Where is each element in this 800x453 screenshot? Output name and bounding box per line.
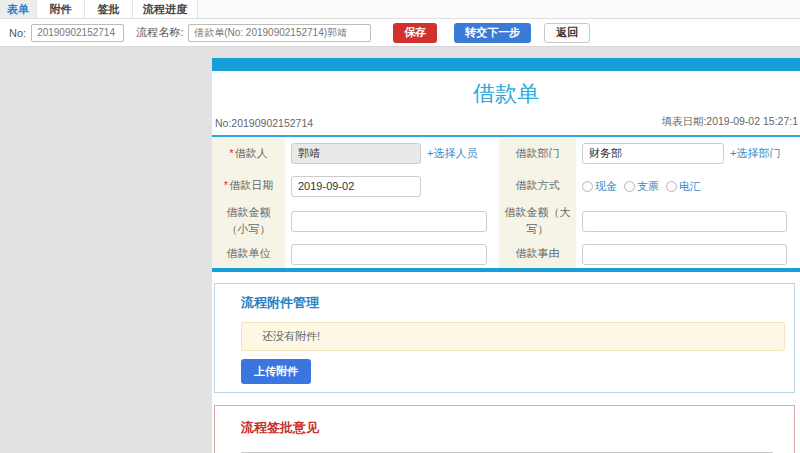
loan-method-label: 借款方式 [499, 170, 576, 202]
page-title: 借款单 [212, 71, 800, 115]
select-person-link[interactable]: +选择人员 [427, 146, 477, 161]
dept-label: 借款部门 [499, 137, 576, 170]
amount-big-label: 借款金额（大写） [499, 202, 576, 240]
no-input[interactable] [31, 24, 124, 42]
tab-process-progress[interactable]: 流程进度 [133, 0, 198, 18]
tab-attachments[interactable]: 附件 [37, 0, 85, 18]
flow-name-input[interactable] [188, 24, 371, 42]
attachments-section: 流程附件管理 还没有附件! 上传附件 [214, 283, 795, 393]
no-attachments-alert: 还没有附件! [241, 322, 785, 351]
loan-reason-label: 借款事由 [499, 240, 576, 268]
radio-check[interactable]: 支票 [624, 179, 659, 194]
approval-section: 流程签批意见 B I abc [214, 405, 795, 453]
radio-icon[interactable] [624, 181, 635, 192]
flow-name-label: 流程名称: [136, 25, 183, 40]
loan-date-input[interactable] [291, 176, 421, 197]
attachments-title: 流程附件管理 [241, 294, 785, 312]
amount-small-label: 借款金额（小写） [212, 202, 285, 240]
form-no-text: No:20190902152714 [215, 117, 313, 129]
loan-unit-label: 借款单位 [212, 240, 285, 268]
approval-title: 流程签批意见 [241, 419, 785, 437]
no-label: No: [9, 27, 26, 39]
back-button[interactable]: 返回 [544, 23, 590, 43]
amount-big-input[interactable] [582, 211, 787, 232]
tab-form[interactable]: 表单 [0, 0, 37, 18]
send-next-step-button[interactable]: 转交下一步 [454, 23, 531, 43]
form-meta-row: No:20190902152714 填表日期:2019-09-02 15:27:… [212, 115, 800, 137]
radio-wire[interactable]: 电汇 [666, 179, 701, 194]
loan-date-label: *借款日期 [212, 170, 285, 202]
borrower-label: *借款人 [212, 137, 285, 170]
tab-approval[interactable]: 签批 [85, 0, 133, 18]
loan-unit-input[interactable] [291, 244, 487, 265]
loan-reason-input[interactable] [582, 244, 787, 265]
loan-form: *借款人 +选择人员 借款部门 +选择部门 *借款日期 借款方式 现金 支票 [212, 137, 800, 268]
form-date-text: 填表日期:2019-09-02 15:27:1 [661, 115, 798, 129]
select-dept-link[interactable]: +选择部门 [730, 146, 780, 161]
radio-icon[interactable] [666, 181, 677, 192]
top-accent-bar [212, 58, 800, 71]
radio-icon[interactable] [582, 181, 593, 192]
required-mark: * [229, 147, 233, 159]
loan-method-radios: 现金 支票 电汇 [582, 179, 701, 194]
top-tab-bar: 表单 附件 签批 流程进度 [0, 0, 800, 19]
save-button[interactable]: 保存 [393, 23, 437, 43]
upload-attachment-button[interactable]: 上传附件 [241, 359, 311, 384]
amount-small-input[interactable] [291, 211, 487, 232]
main-panel: 借款单 No:20190902152714 填表日期:2019-09-02 15… [212, 58, 800, 453]
bottom-accent-bar [212, 268, 800, 272]
toolbar: No: 流程名称: 保存 转交下一步 返回 [0, 19, 800, 47]
radio-cash[interactable]: 现金 [582, 179, 617, 194]
dept-input[interactable] [582, 143, 724, 164]
required-mark: * [224, 179, 228, 191]
borrower-input[interactable] [291, 143, 421, 164]
